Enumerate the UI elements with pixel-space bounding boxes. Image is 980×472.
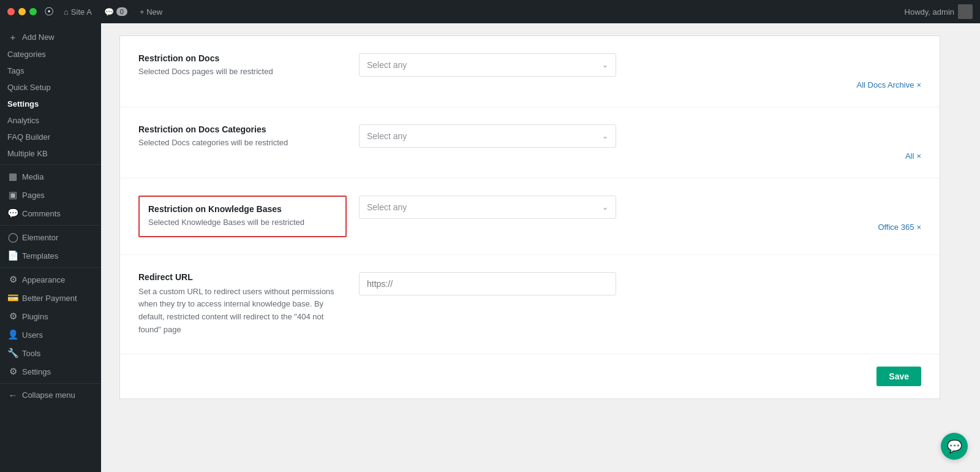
- chevron-down-icon: ⌄: [602, 61, 608, 69]
- restriction-docs-control: Select any ⌄ All Docs Archive ×: [359, 53, 921, 89]
- restriction-kb-tags: Office 365 ×: [664, 223, 921, 232]
- save-row: Save: [120, 354, 940, 398]
- tag-office-365: Office 365 ×: [878, 223, 921, 232]
- sidebar-item-appearance[interactable]: ⚙ Appearance: [0, 270, 101, 289]
- sidebar-label-comments: Comments: [22, 209, 61, 218]
- sidebar-item-collapse[interactable]: ← Collapse menu: [0, 386, 101, 404]
- comment-count: 0: [116, 7, 127, 16]
- sidebar-label-pages: Pages: [22, 191, 45, 200]
- restriction-docs-categories-control: Select any ⌄ All ×: [359, 124, 921, 161]
- traffic-lights: [7, 8, 37, 15]
- restriction-kb-title: Restriction on Knowledge Bases: [148, 204, 337, 214]
- site-name: Site A: [71, 7, 92, 17]
- media-icon: ▦: [7, 171, 18, 182]
- sidebar-item-plugins[interactable]: ⚙ Plugins: [0, 307, 101, 325]
- restriction-docs-row: Restriction on Docs Selected Docs pages …: [120, 36, 940, 107]
- restriction-kb-desc: Selected Knowledge Bases will be restric…: [148, 216, 337, 229]
- tools-icon: 🔧: [7, 348, 18, 359]
- tag-label: All Docs Archive: [856, 80, 914, 89]
- sidebar-item-comments[interactable]: 💬 Comments: [0, 204, 101, 223]
- settings-main-icon: ⚙: [7, 366, 18, 377]
- titlebar: ☉ ⌂ Site A 💬 0 + New Howdy, admin: [0, 0, 980, 23]
- sidebar-item-users[interactable]: 👤 Users: [0, 325, 101, 344]
- restriction-docs-categories-title: Restriction on Docs Categories: [138, 124, 347, 134]
- redirect-url-control: [359, 272, 616, 295]
- restriction-kb-label: Restriction on Knowledge Bases Selected …: [138, 196, 347, 237]
- tag-remove-all-icon[interactable]: ×: [916, 151, 921, 161]
- restriction-docs-tags: All Docs Archive ×: [664, 80, 921, 89]
- sidebar-item-settings[interactable]: Settings: [0, 96, 101, 112]
- titlebar-nav: ⌂ Site A 💬 0 + New: [59, 7, 167, 17]
- sidebar-item-tools[interactable]: 🔧 Tools: [0, 344, 101, 362]
- sidebar-item-settings-main[interactable]: ⚙ Settings: [0, 362, 101, 381]
- chat-bubble-button[interactable]: 💬: [941, 433, 968, 460]
- tag-remove-office365-icon[interactable]: ×: [916, 223, 921, 232]
- sidebar-item-quick-setup[interactable]: Quick Setup: [0, 79, 101, 96]
- sidebar-label-faq-builder: FAQ Builder: [7, 132, 50, 142]
- sidebar-label-quick-setup: Quick Setup: [7, 83, 51, 92]
- sidebar-label-categories: Categories: [7, 50, 46, 59]
- redirect-url-desc: Set a custom URL to redirect users witho…: [138, 286, 347, 337]
- sidebar-item-multiple-kb[interactable]: Multiple KB: [0, 145, 101, 162]
- tag-all-docs-archive: All Docs Archive ×: [856, 80, 921, 89]
- close-button[interactable]: [7, 8, 15, 15]
- comments-link[interactable]: 💬 0: [99, 7, 132, 17]
- sidebar-item-tags[interactable]: Tags: [0, 63, 101, 79]
- sidebar-item-better-payment[interactable]: 💳 Better Payment: [0, 289, 101, 307]
- site-home-link[interactable]: ⌂ Site A: [59, 7, 97, 17]
- save-button[interactable]: Save: [876, 367, 921, 386]
- restriction-docs-categories-select[interactable]: Select any ⌄: [359, 124, 616, 148]
- sidebar-label-collapse: Collapse menu: [22, 390, 75, 400]
- divider-2: [0, 225, 101, 226]
- wordpress-logo: ☉: [44, 5, 54, 18]
- tag-label-all: All: [905, 151, 914, 161]
- restriction-docs-categories-row: Restriction on Docs Categories Selected …: [120, 107, 940, 178]
- sidebar-item-add-new[interactable]: + Add New: [0, 28, 101, 46]
- sidebar-label-settings: Settings: [7, 99, 39, 108]
- sidebar-item-analytics[interactable]: Analytics: [0, 112, 101, 129]
- main-content: Restriction on Docs Selected Docs pages …: [101, 23, 980, 472]
- users-icon: 👤: [7, 329, 18, 340]
- redirect-url-input[interactable]: [359, 272, 616, 295]
- restriction-docs-categories-label: Restriction on Docs Categories Selected …: [138, 124, 347, 149]
- restriction-docs-label: Restriction on Docs Selected Docs pages …: [138, 53, 347, 78]
- templates-icon: 📄: [7, 250, 18, 261]
- minimize-button[interactable]: [18, 8, 26, 15]
- chat-bubble-icon: 💬: [947, 439, 962, 454]
- sidebar-label-multiple-kb: Multiple KB: [7, 149, 48, 158]
- add-new-icon: +: [7, 32, 18, 42]
- redirect-url-row: Redirect URL Set a custom URL to redirec…: [120, 255, 940, 354]
- redirect-url-title: Redirect URL: [138, 272, 347, 282]
- new-content-link[interactable]: + New: [135, 7, 167, 17]
- sidebar-item-templates[interactable]: 📄 Templates: [0, 246, 101, 265]
- chevron-down-icon-3: ⌄: [602, 203, 608, 211]
- restriction-docs-select[interactable]: Select any ⌄: [359, 53, 616, 77]
- home-icon: ⌂: [64, 7, 69, 17]
- chevron-down-icon-2: ⌄: [602, 132, 608, 140]
- comments-sidebar-icon: 💬: [7, 208, 18, 219]
- plugins-icon: ⚙: [7, 311, 18, 322]
- sidebar-item-elementor[interactable]: ◯ Elementor: [0, 228, 101, 246]
- sidebar-label-media: Media: [22, 172, 43, 181]
- user-avatar[interactable]: [958, 4, 973, 19]
- collapse-icon: ←: [7, 390, 18, 400]
- sidebar-item-pages[interactable]: ▣ Pages: [0, 186, 101, 204]
- restriction-docs-desc: Selected Docs pages will be restricted: [138, 66, 347, 78]
- comment-icon: 💬: [104, 7, 114, 17]
- sidebar-item-faq-builder[interactable]: FAQ Builder: [0, 129, 101, 145]
- sidebar-item-categories[interactable]: Categories: [0, 46, 101, 63]
- restriction-kb-select[interactable]: Select any ⌄: [359, 196, 616, 219]
- sidebar-label-analytics: Analytics: [7, 116, 39, 125]
- sidebar-label-elementor: Elementor: [22, 233, 58, 242]
- divider-4: [0, 383, 101, 384]
- fullscreen-button[interactable]: [29, 8, 37, 15]
- tag-all: All ×: [905, 151, 921, 161]
- sidebar-label-better-payment: Better Payment: [22, 294, 77, 303]
- restriction-docs-title: Restriction on Docs: [138, 53, 347, 63]
- restriction-kb-row: Restriction on Knowledge Bases Selected …: [120, 178, 940, 255]
- appearance-icon: ⚙: [7, 274, 18, 285]
- tag-remove-icon[interactable]: ×: [916, 80, 921, 89]
- sidebar-label-users: Users: [22, 330, 43, 340]
- sidebar-item-media[interactable]: ▦ Media: [0, 167, 101, 186]
- howdy-text: Howdy, admin: [905, 7, 954, 17]
